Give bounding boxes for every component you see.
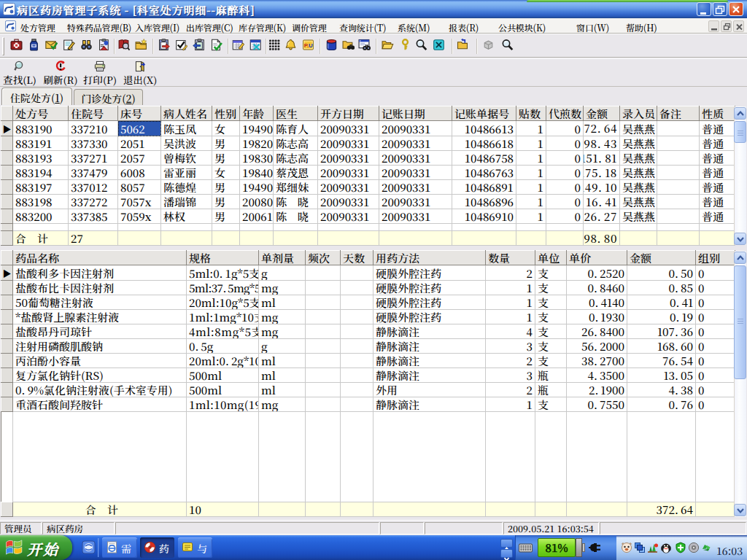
svg-text:U: U <box>309 42 313 49</box>
